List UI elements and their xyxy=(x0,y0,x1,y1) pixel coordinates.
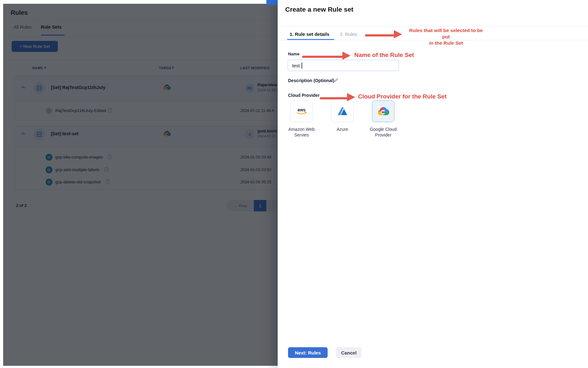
rules-note-line2: in the Rule Set xyxy=(405,40,487,46)
cloud-provider-label: Cloud Provider xyxy=(288,93,319,98)
provider-card-aws[interactable]: aws xyxy=(290,100,313,122)
active-step-underline xyxy=(287,39,334,40)
panel-header-divider xyxy=(278,26,588,26)
rules-note-line1: Rules that will be selected to be put xyxy=(405,27,487,40)
provider-label-azure: Azure xyxy=(323,126,362,132)
provider-card-google-cloud[interactable] xyxy=(372,100,395,122)
provider-label-aws: Amazon Web Servies xyxy=(282,126,321,138)
name-label: Name xyxy=(288,52,300,56)
provider-note-arrow xyxy=(320,94,348,99)
step-rule-set-details[interactable]: 1. Rule set details xyxy=(290,31,329,37)
rules-note-text: Rules that will be selected to be put in… xyxy=(405,27,487,46)
rules-note-arrow xyxy=(365,31,395,36)
step-rules[interactable]: 2. Rules xyxy=(340,31,357,37)
partially-hidden-blue-button[interactable] xyxy=(266,0,278,5)
svg-text:aws: aws xyxy=(297,108,306,112)
name-note-text: Name of the Rule Set xyxy=(354,52,414,59)
text-caret xyxy=(302,63,302,69)
panel-title: Create a new Rule set xyxy=(285,6,353,13)
azure-logo-icon xyxy=(337,107,348,116)
provider-note-text: Cloud Provider for the Rule Set xyxy=(358,93,447,100)
edit-pencil-icon[interactable] xyxy=(334,78,339,84)
name-input[interactable] xyxy=(288,60,399,71)
next-rules-button[interactable]: Next: Rules xyxy=(288,347,328,358)
provider-card-azure[interactable] xyxy=(331,100,354,122)
provider-label-google-cloud: Google Cloud Provider xyxy=(364,126,403,138)
name-input-wrap xyxy=(288,60,399,71)
modal-dim-overlay[interactable] xyxy=(3,4,278,366)
cancel-button[interactable]: Cancel xyxy=(336,347,362,358)
aws-logo-icon: aws xyxy=(295,107,308,116)
name-note-arrow xyxy=(302,53,343,58)
google-cloud-logo-icon xyxy=(377,106,389,116)
description-label: Description (Optional) xyxy=(288,78,334,83)
